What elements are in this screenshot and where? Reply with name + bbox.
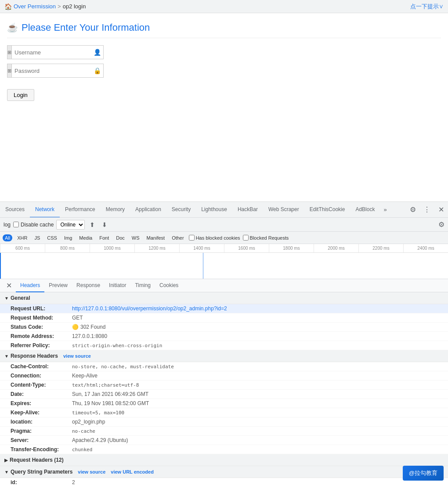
filter-all[interactable]: All xyxy=(3,234,12,241)
filter-other[interactable]: Other xyxy=(170,234,186,241)
tab-memory[interactable]: Memory xyxy=(101,202,130,218)
sub-tab-headers[interactable]: Headers xyxy=(16,279,44,292)
download-button[interactable]: ⬇ xyxy=(100,220,109,230)
referrer-policy-row: Referrer Policy: strict-origin-when-cros… xyxy=(0,341,448,350)
breadcrumb-link[interactable]: Over Permission xyxy=(14,3,56,10)
connection-row: Connection: Keep-Alive xyxy=(0,371,448,381)
request-headers-section-header[interactable]: ▶ Request Headers (12) xyxy=(0,454,448,466)
expires-row: Expires: Thu, 19 Nov 1981 08:52:00 GMT xyxy=(0,399,448,408)
login-button[interactable]: Login xyxy=(7,89,34,101)
date-value: Sun, 17 Jan 2021 06:49:26 GMT xyxy=(72,391,148,397)
lock-icon: 🔒 xyxy=(91,67,104,74)
upload-button[interactable]: ⬆ xyxy=(87,220,97,230)
tab-sources[interactable]: Sources xyxy=(0,202,30,218)
filter-media[interactable]: Media xyxy=(77,234,94,241)
devtools-tab-bar: Sources Network Performance Memory Appli… xyxy=(0,202,448,218)
grid-icon-password: ⊞ xyxy=(7,64,12,77)
server-row: Server: Apache/2.4.29 (Ubuntu) xyxy=(0,436,448,445)
transfer-encoding-label: Transfer-Encoding: xyxy=(11,446,72,453)
hint-button[interactable]: 点一下提示∨ xyxy=(410,3,444,11)
status-code-row: Status Code: 🟡 302 Found xyxy=(0,323,448,332)
tab-network[interactable]: Network xyxy=(30,202,60,218)
person-icon: 👤 xyxy=(91,49,104,56)
query-params-view-url-encoded[interactable]: view URL encoded xyxy=(111,469,154,474)
blocked-requests-checkbox[interactable] xyxy=(243,235,249,241)
filter-manifest[interactable]: Manifest xyxy=(145,234,167,241)
password-input[interactable] xyxy=(12,66,91,76)
sub-tab-initiator[interactable]: Initiator xyxy=(105,279,130,292)
keep-alive-label: Keep-Alive: xyxy=(11,410,72,416)
sub-tab-cookies[interactable]: Cookies xyxy=(155,279,183,292)
username-group: ⊞ 👤 xyxy=(7,45,441,59)
keep-alive-value: timeout=5, max=100 xyxy=(72,410,124,416)
scale-2000: 2000 ms xyxy=(314,244,358,252)
filter-img[interactable]: Img xyxy=(62,234,74,241)
page-title-plain: Please Enter xyxy=(22,22,79,33)
query-id-row: id: 2 xyxy=(0,478,448,485)
disable-cache-label[interactable]: Disable cache xyxy=(13,222,54,228)
tab-hackbar[interactable]: HackBar xyxy=(232,202,263,218)
general-section-header[interactable]: ▼ General xyxy=(0,292,448,304)
sub-tab-timing[interactable]: Timing xyxy=(130,279,155,292)
scale-600: 600 ms xyxy=(0,244,45,252)
tab-adblock[interactable]: AdBlock xyxy=(350,202,380,218)
scale-2200: 2200 ms xyxy=(358,244,403,252)
server-value: Apache/2.4.29 (Ubuntu) xyxy=(72,437,128,443)
filter-ws[interactable]: WS xyxy=(130,234,142,241)
tab-web-scraper[interactable]: Web Scraper xyxy=(263,202,304,218)
tab-application[interactable]: Application xyxy=(130,202,166,218)
request-url-value[interactable]: http://127.0.0.1:8080/vul/overpermission… xyxy=(72,305,227,312)
filter-css[interactable]: CSS xyxy=(45,234,59,241)
network-settings-icon[interactable]: ⚙ xyxy=(438,220,444,229)
keep-alive-row: Keep-Alive: timeout=5, max=100 xyxy=(0,408,448,417)
query-params-view-source[interactable]: view source xyxy=(78,469,105,474)
sub-tab-response[interactable]: Response xyxy=(72,279,105,292)
tab-editthiscookie[interactable]: EditThisCookie xyxy=(304,202,350,218)
cup-icon: ☕ xyxy=(7,22,18,33)
remote-address-row: Remote Address: 127.0.0.1:8080 xyxy=(0,332,448,341)
has-blocked-cookies-filter[interactable]: Has blocked cookies xyxy=(189,235,240,241)
scale-2400: 2400 ms xyxy=(403,244,448,252)
tab-lighthouse[interactable]: Lighthouse xyxy=(196,202,232,218)
filter-doc[interactable]: Doc xyxy=(114,234,127,241)
pragma-value: no-cache xyxy=(72,428,95,434)
timeline-body xyxy=(0,253,448,279)
username-input[interactable] xyxy=(12,47,91,57)
tab-performance[interactable]: Performance xyxy=(60,202,101,218)
filter-font[interactable]: Font xyxy=(97,234,111,241)
sub-tab-preview[interactable]: Preview xyxy=(44,279,72,292)
request-headers-arrow-icon: ▶ xyxy=(4,458,8,463)
query-params-label: Query String Parameters xyxy=(11,469,72,475)
more-options-icon[interactable]: ⋮ xyxy=(420,203,434,217)
timeline-scale: 600 ms 800 ms 1000 ms 1200 ms 1400 ms 16… xyxy=(0,244,448,253)
breadcrumb: 🏠 Over Permission > op2 login xyxy=(4,3,86,10)
connection-label: Connection: xyxy=(11,373,72,379)
close-request-panel-icon[interactable]: ✕ xyxy=(4,280,14,291)
page-title-colored: Your Information xyxy=(79,22,150,33)
general-arrow-icon: ▼ xyxy=(4,296,9,301)
settings-icon[interactable]: ⚙ xyxy=(406,203,420,217)
response-headers-section-header[interactable]: ▼ Response Headers view source xyxy=(0,350,448,362)
query-params-section-header[interactable]: ▼ Query String Parameters view source vi… xyxy=(0,466,448,478)
brand-badge: @拉勾教育 xyxy=(403,466,444,481)
breadcrumb-current: op2 login xyxy=(63,3,86,10)
online-select[interactable]: Online xyxy=(56,220,85,230)
has-blocked-cookies-checkbox[interactable] xyxy=(189,235,195,241)
response-headers-view-source[interactable]: view source xyxy=(63,353,91,359)
blocked-requests-filter[interactable]: Blocked Requests xyxy=(243,235,289,241)
breadcrumb-separator: > xyxy=(58,3,61,10)
tab-security[interactable]: Security xyxy=(166,202,196,218)
scale-1000: 1000 ms xyxy=(90,244,134,252)
tab-more-button[interactable]: » xyxy=(380,202,390,218)
expires-label: Expires: xyxy=(11,400,72,406)
server-label: Server: xyxy=(11,437,72,443)
close-devtools-icon[interactable]: ✕ xyxy=(434,203,448,217)
filter-xhr[interactable]: XHR xyxy=(15,234,29,241)
page-title: ☕ Please Enter Your Information xyxy=(7,22,441,38)
filter-js[interactable]: JS xyxy=(32,234,42,241)
referrer-policy-label: Referrer Policy: xyxy=(11,342,72,348)
log-label: log xyxy=(4,222,11,228)
filter-bar: All XHR JS CSS Img Media Font Doc WS Man… xyxy=(0,232,448,244)
disable-cache-checkbox[interactable] xyxy=(13,222,19,227)
pragma-row: Pragma: no-cache xyxy=(0,427,448,436)
